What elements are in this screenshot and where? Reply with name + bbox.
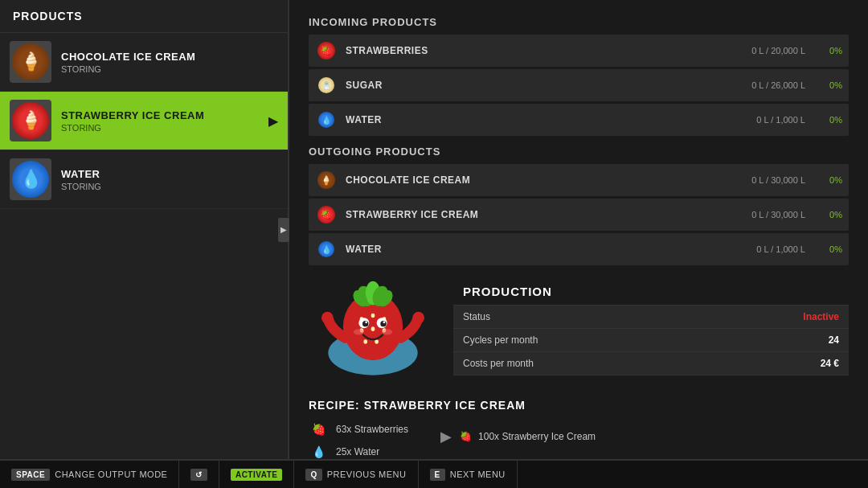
water-item-subtitle: STORING xyxy=(61,182,278,191)
output-icon: 🍓 xyxy=(460,431,472,442)
refresh-key-badge: ↺ xyxy=(190,469,207,481)
chocolate-outgoing-amount: 0 L / 30,000 L xyxy=(751,175,805,185)
strawberry-item-subtitle: STORING xyxy=(61,123,262,133)
strawberry-outgoing-amount: 0 L / 30,000 L xyxy=(751,210,805,219)
chocolate-outgoing-name: CHOCOLATE ICE CREAM xyxy=(346,174,751,186)
strawberry-product-icon-outgoing: 🍓 xyxy=(315,203,338,226)
production-box-wrapper: PRODUCTION Status Inactive Cycles per mo… xyxy=(453,278,849,383)
production-area: PRODUCTION Status Inactive Cycles per mo… xyxy=(309,278,849,383)
costs-value: 24 € xyxy=(821,358,839,369)
ing-water-icon: 💧 xyxy=(309,442,328,459)
strawberry-icon: 🍦 xyxy=(12,102,49,139)
production-box: Status Inactive Cycles per month 24 Cost… xyxy=(453,306,849,375)
water-product-icon-outgoing: 💧 xyxy=(315,238,338,260)
prev-label: PREVIOUS MENU xyxy=(327,470,407,479)
main-panel: INCOMING PRODUCTS 🍓 STRAWBERRIES 0 L / 2… xyxy=(289,0,868,459)
strawberries-name: STRAWBERRIES xyxy=(346,45,751,56)
svg-point-19 xyxy=(365,321,367,323)
svg-point-21 xyxy=(354,329,364,334)
next-key-badge: E xyxy=(430,469,445,481)
strawberry-icon-container: 🍦 xyxy=(10,100,51,141)
chocolate-item-text: CHOCOLATE ICE CREAM STORING xyxy=(61,51,278,74)
strawberry-outgoing-pct: 0% xyxy=(818,210,842,219)
strawberry-mascot xyxy=(313,278,433,383)
production-row-status: Status Inactive xyxy=(453,306,849,329)
water-item-name: WATER xyxy=(61,168,278,180)
incoming-row-sugar: 🧂 SUGAR 0 L / 26,000 L 0% xyxy=(309,69,849,101)
outgoing-row-water: 💧 WATER 0 L / 1,000 L 0% xyxy=(309,233,849,265)
svg-point-6 xyxy=(371,326,375,331)
sidebar-header: PRODUCTS xyxy=(0,0,288,33)
collapse-button[interactable]: ▶ xyxy=(278,218,289,242)
strawberry-outgoing-name: STRAWBERRY ICE CREAM xyxy=(346,209,751,220)
cycles-label: Cycles per month xyxy=(463,334,538,346)
recipe-section: RECIPE: STRAWBERRY ICE CREAM 🍓 63x Straw… xyxy=(309,399,849,459)
svg-point-24 xyxy=(412,312,424,324)
svg-point-22 xyxy=(382,329,392,334)
prev-key-badge: Q xyxy=(305,469,321,481)
main-content: PRODUCTS 🍦 CHOCOLATE ICE CREAM STORING 🍦… xyxy=(0,0,868,459)
strawberry-item-text: STRAWBERRY ICE CREAM STORING xyxy=(61,109,262,133)
output-amount: 100x Strawberry Ice Cream xyxy=(478,431,596,442)
recipe-output-area: ▶ 🍓 100x Strawberry Ice Cream xyxy=(440,428,596,445)
outgoing-row-chocolate: 🍦 CHOCOLATE ICE CREAM 0 L / 30,000 L 0% xyxy=(309,164,849,196)
outgoing-section-label: OUTGOING PRODUCTS xyxy=(309,146,849,158)
svg-point-3 xyxy=(371,314,375,318)
water-icon-container: 💧 xyxy=(10,158,51,200)
strawberries-pct: 0% xyxy=(818,46,842,55)
sidebar: PRODUCTS 🍦 CHOCOLATE ICE CREAM STORING 🍦… xyxy=(0,0,289,459)
production-row-costs: Costs per month 24 € xyxy=(453,352,849,375)
water-product-icon-incoming: 💧 xyxy=(315,109,338,131)
sugar-icon: 🧂 xyxy=(318,77,334,93)
chocolate-item-name: CHOCOLATE ICE CREAM xyxy=(61,51,278,63)
activate-button[interactable]: ACTIVATE xyxy=(219,461,295,488)
recipe-arrow-icon: ▶ xyxy=(440,428,452,445)
chocolate-icon: 🍦 xyxy=(12,43,49,80)
ing-strawberry-amount: 63x Strawberries xyxy=(336,424,408,435)
space-key-badge: SPACE xyxy=(11,469,50,481)
water-outgoing-pct: 0% xyxy=(818,244,842,254)
strawberries-icon: 🍓 xyxy=(317,42,335,59)
water-outgoing-name: WATER xyxy=(346,244,756,255)
refresh-button[interactable]: ↺ xyxy=(179,461,219,488)
strawberry-outgoing-icon: 🍓 xyxy=(317,206,335,223)
water-outgoing-amount: 0 L / 1,000 L xyxy=(756,244,805,254)
space-button[interactable]: SPACE CHANGE OUTPUT MODE xyxy=(0,461,179,488)
prev-menu-button[interactable]: Q PREVIOUS MENU xyxy=(294,461,418,488)
recipe-ingredient-water: 💧 25x Water xyxy=(309,442,408,459)
water-icon: 💧 xyxy=(12,161,49,198)
next-label: NEXT MENU xyxy=(450,470,506,479)
sugar-pct: 0% xyxy=(818,80,842,90)
svg-point-23 xyxy=(321,312,334,324)
sidebar-item-chocolate[interactable]: 🍦 CHOCOLATE ICE CREAM STORING xyxy=(0,33,288,92)
chocolate-product-icon-outgoing: 🍦 xyxy=(315,169,338,191)
water-incoming-icon: 💧 xyxy=(318,112,334,128)
sugar-product-icon: 🧂 xyxy=(315,74,338,96)
sidebar-item-water[interactable]: 💧 WATER STORING xyxy=(0,150,288,209)
activate-key-badge: ACTIVATE xyxy=(231,469,283,481)
strawberry-item-name: STRAWBERRY ICE CREAM xyxy=(61,109,262,121)
cycles-value: 24 xyxy=(829,334,839,346)
space-label: CHANGE OUTPUT MODE xyxy=(55,470,167,479)
ing-water-amount: 25x Water xyxy=(336,446,379,457)
svg-point-20 xyxy=(383,321,386,323)
active-arrow-icon: ▶ xyxy=(268,113,278,129)
water-incoming-name: WATER xyxy=(346,114,756,125)
costs-label: Costs per month xyxy=(463,358,534,369)
chocolate-outgoing-icon: 🍦 xyxy=(317,171,335,189)
strawberries-product-icon: 🍓 xyxy=(315,39,338,62)
water-outgoing-icon: 💧 xyxy=(318,241,334,257)
ing-strawberry-icon: 🍓 xyxy=(309,420,328,439)
sidebar-item-strawberry[interactable]: 🍦 STRAWBERRY ICE CREAM STORING ▶ xyxy=(0,92,288,150)
mascot-area xyxy=(309,278,437,383)
status-value: Inactive xyxy=(803,311,839,322)
production-row-cycles: Cycles per month 24 xyxy=(453,329,849,352)
next-menu-button[interactable]: E NEXT MENU xyxy=(419,461,518,488)
sugar-name: SUGAR xyxy=(346,80,751,91)
status-label: Status xyxy=(463,311,490,322)
sugar-amount: 0 L / 26,000 L xyxy=(751,80,805,90)
recipe-content: 🍓 63x Strawberries 💧 25x Water 🍯 13x Hon… xyxy=(309,420,849,459)
svg-point-8 xyxy=(363,339,367,344)
water-item-text: WATER STORING xyxy=(61,168,278,191)
water-incoming-amount: 0 L / 1,000 L xyxy=(756,115,805,125)
